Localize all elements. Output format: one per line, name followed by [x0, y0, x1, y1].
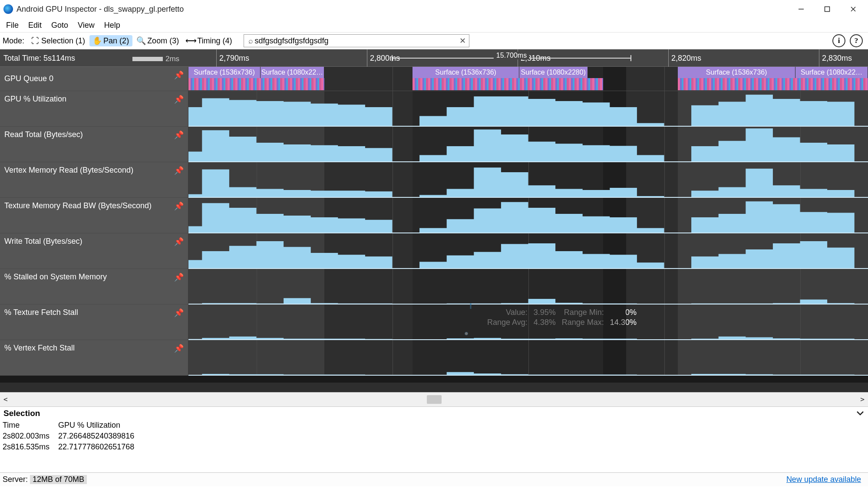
- update-available-link[interactable]: New update available: [786, 475, 861, 484]
- selection-table: Time GPU % Utilization 2s802.003ms 27.26…: [0, 420, 140, 452]
- window-title: Android GPU Inspector - dls_swappy_gl.pe…: [17, 5, 184, 14]
- pin-icon[interactable]: 📌: [174, 237, 184, 246]
- pin-icon[interactable]: 📌: [174, 166, 184, 175]
- ruler-tick: 2,830ms: [819, 49, 852, 67]
- scroll-right-icon[interactable]: >: [860, 395, 865, 403]
- pin-icon[interactable]: 📌: [174, 70, 184, 80]
- search-input[interactable]: [254, 36, 459, 46]
- track-texture-mem-read[interactable]: Texture Memory Read BW (Bytes/Second)📌: [0, 198, 868, 233]
- track-label: % Texture Fetch Stall: [4, 308, 78, 317]
- help-icon[interactable]: ?: [850, 34, 863, 47]
- track-lane[interactable]: [188, 127, 868, 162]
- queue-span[interactable]: Surface (1536x736): [413, 67, 519, 78]
- time-ruler[interactable]: Total Time: 5s114ms 2ms 2,790ms 2,800ms …: [0, 49, 868, 67]
- hand-icon: ✋: [93, 36, 102, 46]
- mode-timing[interactable]: ⟷Timing (4): [183, 35, 235, 46]
- search-box[interactable]: ⌕ ✕: [244, 34, 469, 47]
- pin-icon[interactable]: 📌: [174, 201, 184, 211]
- track-gpu-util[interactable]: GPU % Utilization📌: [0, 91, 868, 127]
- queue-span[interactable]: Surface (1536x736): [678, 67, 796, 78]
- track-write-total[interactable]: Write Total (Bytes/sec)📌: [0, 233, 868, 269]
- mode-toolbar: Mode: ⛶Selection (1) ✋Pan (2) 🔍Zoom (3) …: [0, 32, 868, 49]
- timeline[interactable]: Total Time: 5s114ms 2ms 2,790ms 2,800ms …: [0, 49, 868, 392]
- track-lane[interactable]: Surface (1536x736)Surface (1080x22…Surfa…: [188, 67, 868, 91]
- table-row[interactable]: 2s816.535ms 22.717778602651768: [0, 442, 140, 452]
- track-texture-fetch-stall[interactable]: % Texture Fetch Stall📌 Value:3.95% Range…: [0, 305, 868, 340]
- track-lane[interactable]: Value:3.95% Range Min:0% Range Avg:4.38%…: [188, 305, 868, 340]
- track-stalled-sysmem[interactable]: % Stalled on System Memory📌: [0, 269, 868, 305]
- tracks-area[interactable]: GPU Queue 0 📌 Surface (1536x736)Surface …: [0, 67, 868, 392]
- menubar: File Edit Goto View Help: [0, 18, 868, 32]
- track-gpu-queue[interactable]: GPU Queue 0 📌 Surface (1536x736)Surface …: [0, 67, 868, 91]
- menu-help[interactable]: Help: [100, 20, 125, 31]
- zoom-icon: 🔍: [137, 36, 145, 46]
- pin-icon[interactable]: 📌: [174, 344, 184, 353]
- total-time-label: Total Time: 5s114ms: [0, 54, 75, 63]
- info-icon[interactable]: i: [832, 34, 845, 47]
- queue-span[interactable]: Surface (1080x22…: [795, 67, 868, 78]
- track-lane[interactable]: [188, 198, 868, 233]
- selection-panel-title: Selection: [3, 409, 40, 418]
- menu-edit[interactable]: Edit: [24, 20, 46, 31]
- track-label: GPU % Utilization: [4, 95, 66, 104]
- queue-span[interactable]: Surface (1080x22…: [261, 67, 324, 78]
- selection-icon: ⛶: [31, 36, 40, 46]
- mode-zoom[interactable]: 🔍Zoom (3): [133, 35, 182, 46]
- track-label: Write Total (Bytes/sec): [4, 237, 82, 246]
- track-label: % Stalled on System Memory: [4, 272, 107, 282]
- mode-selection[interactable]: ⛶Selection (1): [27, 36, 89, 46]
- pin-icon[interactable]: 📌: [174, 130, 184, 140]
- svg-rect-1: [825, 7, 830, 12]
- mode-label: Mode:: [3, 36, 24, 46]
- track-read-total[interactable]: Read Total (Bytes/sec)📌: [0, 127, 868, 162]
- search-icon: ⌕: [247, 36, 254, 46]
- timing-icon: ⟷: [187, 36, 195, 46]
- scroll-left-icon[interactable]: <: [3, 395, 8, 403]
- track-label: GPU Queue 0: [4, 74, 53, 83]
- ruler-tick: 2,790ms: [216, 49, 249, 67]
- mode-pan[interactable]: ✋Pan (2): [89, 35, 132, 46]
- track-lane[interactable]: [188, 269, 868, 304]
- table-header: GPU % Utilization: [56, 420, 140, 431]
- window-maximize-button[interactable]: [814, 0, 840, 18]
- track-label: Texture Memory Read BW (Bytes/Second): [4, 201, 152, 210]
- menu-view[interactable]: View: [73, 20, 99, 31]
- track-label: Vertex Memory Read (Bytes/Second): [4, 166, 133, 175]
- track-lane[interactable]: [188, 340, 868, 375]
- timeline-hscrollbar[interactable]: < >: [0, 392, 868, 407]
- track-label: Read Total (Bytes/sec): [4, 130, 83, 139]
- pin-icon[interactable]: 📌: [174, 95, 184, 104]
- window-titlebar: Android GPU Inspector - dls_swappy_gl.pe…: [0, 0, 868, 18]
- selection-span-ruler: 15.700ms: [392, 52, 631, 65]
- track-vertex-mem-read[interactable]: Vertex Memory Read (Bytes/Second)📌: [0, 162, 868, 198]
- menu-file[interactable]: File: [2, 20, 23, 31]
- server-memory: 12MB of 70MB: [30, 475, 87, 484]
- ruler-tick: 2,820ms: [668, 49, 701, 67]
- table-header-row: Time GPU % Utilization: [0, 420, 140, 431]
- statusbar: Server: 12MB of 70MB New update availabl…: [0, 472, 868, 486]
- clear-search-icon[interactable]: ✕: [459, 36, 466, 46]
- pin-icon[interactable]: 📌: [174, 308, 184, 318]
- scroll-thumb[interactable]: [427, 395, 442, 404]
- server-label: Server:: [3, 475, 28, 484]
- selection-panel: Selection Time GPU % Utilization 2s802.0…: [0, 407, 868, 472]
- track-lane[interactable]: [188, 91, 868, 126]
- pin-icon[interactable]: 📌: [174, 272, 184, 282]
- app-icon: [3, 4, 13, 14]
- track-lane[interactable]: [188, 162, 868, 197]
- window-close-button[interactable]: [840, 0, 866, 18]
- track-label: % Vertex Fetch Stall: [4, 344, 75, 353]
- window-minimize-button[interactable]: [788, 0, 814, 18]
- queue-span[interactable]: Surface (1536x736): [188, 67, 261, 78]
- menu-goto[interactable]: Goto: [47, 20, 73, 31]
- table-row[interactable]: 2s802.003ms 27.266485240389816: [0, 431, 140, 442]
- track-lane[interactable]: [188, 233, 868, 269]
- track-vertex-fetch-stall[interactable]: % Vertex Fetch Stall📌: [0, 340, 868, 376]
- chevron-down-icon[interactable]: [856, 409, 865, 418]
- queue-span[interactable]: Surface (1080x2280): [519, 67, 588, 78]
- scale-hint: 2ms: [132, 55, 179, 63]
- table-header: Time: [0, 420, 56, 431]
